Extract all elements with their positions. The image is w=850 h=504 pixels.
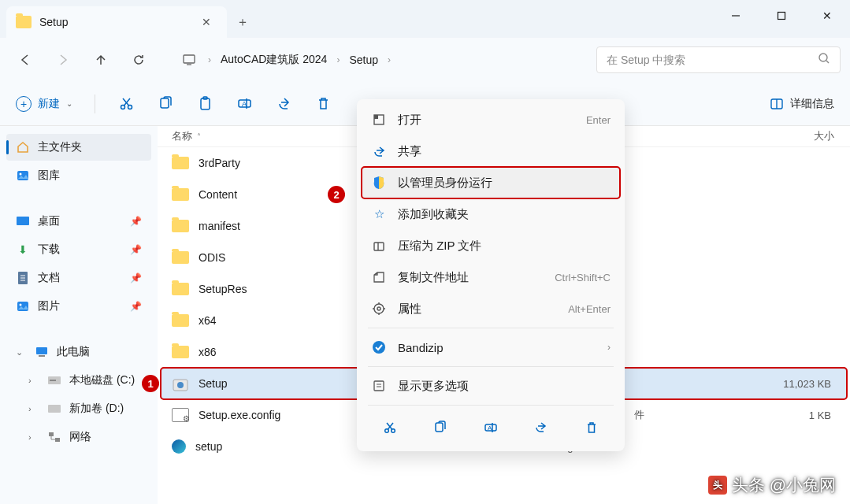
copy-icon[interactable]: [157, 95, 174, 113]
close-button[interactable]: ✕: [804, 0, 850, 32]
svg-point-19: [20, 173, 22, 176]
sidebar: 主文件夹 图库 桌面 📌 ⬇ 下载 📌 文档 📌 图片 📌 ⌄: [0, 126, 158, 504]
svg-rect-31: [48, 405, 61, 413]
chevron-down-icon[interactable]: ⌄: [16, 347, 27, 358]
ctx-more[interactable]: 显示更多选项: [362, 370, 620, 402]
paste-icon[interactable]: [196, 95, 213, 113]
annotation-badge-1: 1: [142, 375, 159, 392]
chevron-right-icon[interactable]: ›: [28, 376, 39, 385]
config-icon: [172, 408, 189, 422]
details-icon: [770, 97, 784, 111]
new-tab-button[interactable]: ＋: [227, 6, 258, 38]
divider: [368, 366, 614, 367]
search-icon[interactable]: [818, 52, 830, 68]
folder-icon: [172, 314, 189, 327]
svg-point-41: [377, 307, 380, 310]
downloads-icon: ⬇: [16, 243, 30, 257]
monitor-icon: [173, 44, 205, 76]
svg-rect-11: [201, 98, 210, 109]
ctx-open[interactable]: 打开 Enter: [362, 104, 620, 135]
chevron-right-icon[interactable]: ›: [333, 54, 343, 65]
chevron-right-icon[interactable]: ›: [205, 54, 214, 65]
watermark-icon: 头: [708, 476, 727, 495]
refresh-button[interactable]: [123, 44, 154, 76]
svg-point-4: [819, 54, 827, 61]
share-icon[interactable]: [526, 415, 556, 440]
window-tab[interactable]: Setup ✕: [6, 6, 227, 38]
bandizip-icon: [371, 339, 387, 355]
tab-title: Setup: [39, 16, 195, 28]
details-button[interactable]: 详细信息: [770, 97, 834, 111]
navbar: › AutoCAD建筑版 2024 › Setup ›: [0, 38, 850, 82]
titlebar: Setup ✕ ＋ ✕: [0, 0, 850, 38]
forward-button[interactable]: [47, 44, 79, 76]
maximize-button[interactable]: [759, 0, 804, 32]
chevron-right-icon[interactable]: ›: [28, 432, 39, 442]
delete-icon[interactable]: [577, 415, 607, 440]
ctx-icon-bar: A: [362, 409, 620, 447]
exe-icon: [172, 376, 189, 391]
sidebar-item-downloads[interactable]: ⬇ 下载 📌: [6, 236, 151, 263]
svg-point-46: [385, 429, 389, 433]
cut-icon[interactable]: [375, 415, 405, 440]
cut-icon[interactable]: [117, 95, 135, 113]
chevron-right-icon: ›: [607, 342, 611, 353]
folder-icon: [172, 220, 189, 232]
sidebar-item-home[interactable]: 主文件夹: [6, 134, 151, 161]
copy-icon[interactable]: [425, 415, 455, 440]
svg-point-47: [392, 429, 395, 433]
svg-rect-33: [55, 438, 60, 442]
svg-point-7: [128, 106, 132, 109]
rename-icon[interactable]: A: [476, 415, 506, 440]
sidebar-item-thispc[interactable]: ⌄ 此电脑: [6, 339, 151, 365]
ctx-properties[interactable]: 属性 Alt+Enter: [362, 293, 620, 324]
close-tab-icon[interactable]: ✕: [195, 16, 217, 28]
chevron-right-icon[interactable]: ›: [384, 54, 394, 65]
svg-line-5: [826, 61, 829, 63]
column-size[interactable]: 大小: [755, 129, 834, 143]
sidebar-item-desktop[interactable]: 桌面 📌: [6, 208, 151, 235]
ctx-bandizip[interactable]: Bandizip ›: [362, 332, 620, 363]
svg-rect-27: [36, 347, 47, 354]
ctx-copypath[interactable]: 复制文件地址 Ctrl+Shift+C: [362, 261, 620, 293]
back-button[interactable]: [9, 44, 41, 76]
column-name[interactable]: 名称 ˄: [158, 129, 339, 143]
ctx-share[interactable]: 共享: [362, 135, 620, 167]
share-icon[interactable]: [275, 95, 292, 113]
watermark: 头 头条 @小兔网: [708, 474, 836, 496]
sidebar-item-network[interactable]: › 网络: [6, 424, 151, 450]
address-bar[interactable]: › AutoCAD建筑版 2024 › Setup ›: [167, 46, 584, 74]
sidebar-item-drive-d[interactable]: › 新加卷 (D:): [6, 395, 151, 422]
ctx-favorite[interactable]: ☆ 添加到收藏夹: [362, 198, 620, 230]
context-menu: 打开 Enter 共享 以管理员身份运行 ☆ 添加到收藏夹 压缩为 ZIP 文件…: [357, 99, 625, 451]
drive-icon: [47, 373, 61, 387]
search-input[interactable]: [607, 54, 818, 66]
shield-icon: [371, 175, 387, 191]
rename-icon[interactable]: A: [236, 95, 253, 113]
zip-icon: [371, 238, 387, 254]
ctx-zip[interactable]: 压缩为 ZIP 文件: [362, 230, 620, 261]
delete-icon[interactable]: [314, 95, 332, 113]
open-icon: [371, 112, 387, 128]
sidebar-item-gallery[interactable]: 图库: [6, 162, 151, 189]
new-button[interactable]: + 新建 ⌄: [16, 96, 72, 112]
sidebar-item-documents[interactable]: 文档 📌: [6, 265, 151, 291]
pictures-icon: [16, 299, 30, 313]
svg-point-40: [374, 304, 384, 313]
sidebar-item-pictures[interactable]: 图片 📌: [6, 293, 151, 320]
up-button[interactable]: [85, 44, 117, 76]
breadcrumb-seg[interactable]: AutoCAD建筑版 2024: [214, 50, 333, 70]
edge-icon: [172, 439, 186, 454]
ctx-runas-admin[interactable]: 以管理员身份运行: [362, 167, 620, 198]
copypath-icon: [371, 269, 387, 285]
pin-icon: 📌: [130, 272, 142, 284]
search-box[interactable]: [596, 46, 841, 73]
sidebar-item-drive-c[interactable]: › 本地磁盘 (C:): [6, 367, 151, 394]
svg-point-35: [177, 382, 184, 388]
minimize-button[interactable]: [713, 0, 759, 32]
svg-line-8: [124, 98, 130, 106]
documents-icon: [16, 271, 30, 285]
chevron-right-icon[interactable]: ›: [28, 404, 39, 413]
breadcrumb-seg[interactable]: Setup: [343, 50, 384, 69]
pc-icon: [35, 345, 49, 359]
